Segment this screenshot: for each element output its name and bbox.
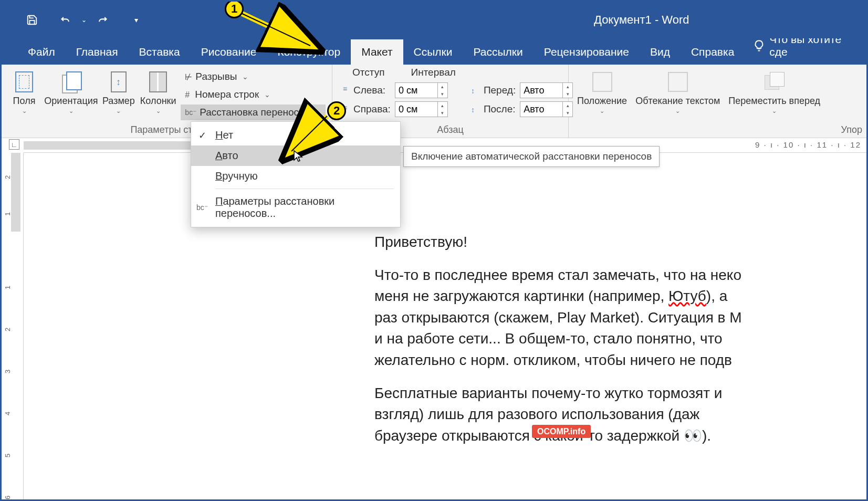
document-area: 2 1 1 2 3 4 5 6 Приветствую! Что-то в по…: [2, 153, 866, 501]
position-button[interactable]: Положение ⌄: [573, 67, 631, 118]
dropdown-item-options[interactable]: bc⁻Параметры расстановки переносов...: [191, 191, 400, 224]
margins-button[interactable]: Поля ⌄: [6, 67, 43, 118]
tab-mailings[interactable]: Рассылки: [463, 39, 534, 65]
annotation-marker-2: 2: [327, 101, 346, 120]
orientation-label: Ориентация: [44, 96, 98, 107]
spacing-heading: Интервал: [395, 67, 455, 78]
save-button[interactable]: [23, 11, 41, 29]
annotation-marker-1: 1: [225, 0, 244, 18]
vruler-mark: 4: [4, 412, 12, 415]
vruler-mark: 2: [4, 175, 12, 179]
tab-help[interactable]: Справка: [681, 39, 745, 65]
spacing-after-input[interactable]: ▴▾: [520, 101, 573, 117]
tab-references[interactable]: Ссылки: [403, 39, 463, 65]
tab-review[interactable]: Рецензирование: [534, 39, 640, 65]
breaks-icon: ⊬: [185, 72, 192, 82]
indent-right-label: Справа:: [353, 103, 391, 115]
mouse-cursor-icon: [293, 150, 304, 165]
redo-button[interactable]: [93, 11, 112, 29]
quick-access-toolbar: ⌄ ▾: [2, 11, 145, 29]
spacing-after-icon: ↕: [471, 106, 480, 113]
wrap-text-button[interactable]: Обтекание текстом ⌄: [631, 67, 724, 118]
line-numbers-button[interactable]: Номера строк: [181, 87, 326, 102]
svg-line-5: [291, 116, 327, 151]
spelling-error[interactable]: Ютуб: [668, 288, 706, 304]
vruler-mark: 1: [4, 212, 12, 216]
vruler-mark: 1: [4, 286, 12, 289]
bring-forward-label: Переместить вперед: [728, 96, 820, 107]
vertical-ruler[interactable]: 2 1 1 2 3 4 5 6: [2, 153, 24, 501]
spacing-after-label: После:: [484, 103, 516, 115]
margins-icon: [15, 71, 33, 92]
lightbulb-icon: [753, 39, 765, 52]
doc-paragraph: Приветствую!: [374, 232, 866, 253]
dropdown-separator: [215, 189, 394, 189]
spacing-before-icon: ↕: [471, 87, 480, 94]
tab-insert[interactable]: Вставка: [129, 39, 191, 65]
margins-label: Поля: [13, 96, 36, 107]
group-arrange: Положение ⌄ Обтекание текстом ⌄ Перемест…: [569, 65, 866, 138]
wrap-icon: [668, 72, 688, 92]
document-title: Документ1 - Word: [594, 13, 689, 27]
hyphenation-icon: bc⁻: [185, 108, 196, 117]
vruler-mark: 3: [4, 370, 12, 373]
vruler-mark: 6: [4, 496, 12, 499]
qat-customize[interactable]: ▾: [127, 11, 145, 29]
indent-heading: Отступ: [337, 67, 384, 78]
ribbon-tabs: Файл Главная Вставка Рисование Конструкт…: [2, 38, 866, 65]
wrap-label: Обтекание текстом: [635, 96, 720, 107]
line-numbers-icon: [185, 89, 192, 100]
spacing-before-input[interactable]: ▴▾: [520, 82, 573, 98]
doc-paragraph: Бесплатные варианты почему-то жутко торм…: [374, 383, 866, 447]
position-label: Положение: [577, 96, 627, 107]
indent-left-label: Слева:: [353, 85, 385, 96]
watermark: OCOMP.info: [532, 427, 591, 436]
indent-left-icon: [341, 87, 350, 94]
annotation-arrow-1: [237, 9, 321, 58]
undo-dropdown[interactable]: ⌄: [79, 11, 89, 29]
spacing-before-label: Перед:: [484, 85, 516, 96]
bring-forward-icon: [765, 72, 785, 92]
tab-layout[interactable]: Макет: [351, 39, 403, 65]
orientation-button[interactable]: Ориентация ⌄: [43, 67, 100, 118]
size-icon: [111, 71, 127, 92]
indent-right-input[interactable]: ▴▾: [395, 101, 448, 117]
title-bar: ⌄ ▾ Документ1 - Word: [2, 2, 866, 38]
columns-button[interactable]: Колонки ⌄: [138, 67, 179, 118]
indent-left-input[interactable]: ▴▾: [395, 82, 448, 98]
undo-button[interactable]: [56, 11, 75, 29]
arrange-group-label: Упор: [573, 124, 862, 138]
bring-forward-button[interactable]: Переместить вперед ⌄: [724, 67, 824, 118]
size-button[interactable]: Размер ⌄: [100, 67, 138, 118]
position-icon: [592, 72, 612, 92]
doc-paragraph: Что-то в последнее время стал замечать, …: [374, 265, 866, 371]
hyphenation-options-icon: bc⁻: [196, 203, 208, 212]
checkmark-icon: ✓: [198, 130, 206, 141]
breaks-button[interactable]: ⊬Разрывы: [181, 69, 326, 85]
tab-home[interactable]: Главная: [66, 39, 129, 65]
tooltip: Включение автоматической расстановки пер…: [403, 146, 660, 167]
tab-view[interactable]: Вид: [640, 39, 681, 65]
breaks-label: Разрывы: [195, 71, 237, 82]
orientation-icon: [62, 71, 80, 92]
tab-selector[interactable]: ∟: [9, 139, 19, 150]
ribbon: Поля ⌄ Ориентация ⌄ Размер ⌄ Колонки ⌄ ⊬…: [2, 65, 866, 138]
vruler-mark: 5: [4, 454, 12, 457]
columns-label: Колонки: [140, 96, 176, 107]
columns-icon: [149, 71, 167, 92]
line-numbers-label: Номера строк: [195, 89, 259, 100]
dropdown-item-manual[interactable]: Вручную: [191, 166, 400, 186]
vruler-mark: 2: [4, 328, 12, 331]
hruler-numbers: 9 · ı · 10 · ı · 11 · ı · 12: [755, 140, 861, 149]
tab-file[interactable]: Файл: [17, 39, 66, 65]
svg-line-2: [241, 13, 310, 46]
size-label: Размер: [102, 96, 135, 107]
